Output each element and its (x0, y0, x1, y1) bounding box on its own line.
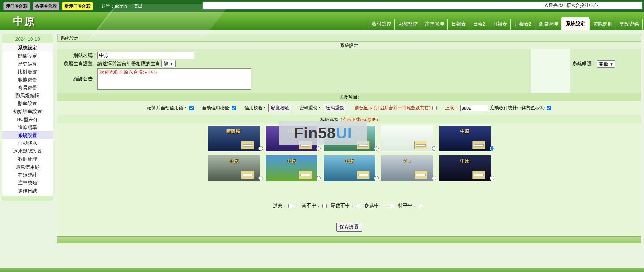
lottery-badge-macau[interactable]: 澳门⑥合彩 (3, 2, 30, 10)
sidebar-date: 2024-10-10 (2, 34, 53, 43)
multi-select-one-checkbox[interactable] (390, 204, 394, 208)
one-zodiac-miss-checkbox[interactable] (322, 204, 327, 208)
template-radio-1[interactable] (258, 146, 263, 151)
credit-check-label: 信用校验： (244, 105, 267, 111)
tab-monthly-report[interactable]: 月報表 (489, 19, 510, 30)
zodiac-select[interactable]: 龍 ▼ (161, 60, 176, 67)
zodiac-label: 農曆生肖設置： (57, 61, 97, 67)
sidebar-footer-band (2, 196, 53, 201)
sidebar-item-history-settlement[interactable]: 歷史結算 (2, 60, 53, 68)
lottery-badge-new-macau[interactable]: 新澳门⑥合彩 (62, 2, 93, 10)
template-thumbnail-4[interactable] (381, 126, 433, 151)
auto-credit-check-checkbox[interactable] (232, 106, 236, 110)
welcome-marquee: 欢迎光临中原六合投注中心 (202, 1, 643, 10)
maintenance-notice-textarea[interactable]: 欢迎光临中原六合投注中心 (97, 68, 251, 90)
yellow-mark-checkbox[interactable] (547, 106, 551, 110)
tab-game-rules[interactable]: 遊戲規則 (589, 19, 616, 30)
sidebar-item-restore-credit[interactable]: 還原信用額 (2, 163, 53, 171)
template-thumbnail-1[interactable]: 新聯勝 (208, 126, 260, 151)
sidebar-item-compare-data[interactable]: 比對數據 (2, 68, 53, 76)
limit-input[interactable] (460, 105, 488, 111)
zodiac-hint: 請選擇與當前年份相應的生肖 (97, 61, 160, 67)
panel-footer-band (57, 236, 641, 243)
sidebar-item-bc-board-diff[interactable]: BC盤差分 (2, 115, 53, 123)
tab-monthly-report-2[interactable]: 月報表2 (510, 19, 535, 30)
tab-daily-report[interactable]: 日報表 (447, 19, 469, 30)
sidebar-item-system-settings[interactable]: 系統設置 (2, 131, 53, 139)
tab-board-monitor[interactable]: 彩盤監控 (394, 19, 421, 30)
template-radio-2[interactable] (316, 146, 321, 151)
template-radio-3[interactable] (374, 146, 379, 151)
sidebar-item-data-backup[interactable]: 數據備份 (2, 76, 53, 84)
page-bottom-strip (0, 268, 644, 272)
template-thumbnail-7[interactable]: 中原 (266, 155, 317, 181)
tab-member-management[interactable]: 會員管理 (535, 19, 561, 30)
close-items-row: 结算后自动信用额： 自动信用校验: 信用校验： 額度校驗 密码重设： 密码重设 … (57, 101, 641, 115)
template-thumbnail-5[interactable]: 中原 (439, 126, 491, 151)
pass-checkbox[interactable] (288, 204, 293, 208)
sidebar-item-initial-odds-settings[interactable]: 初始賠率設置 (2, 108, 53, 115)
tab-bet-management[interactable]: 注單管理 (421, 19, 447, 30)
template-option-9: V 1 (381, 155, 433, 181)
template-thumbnail-6[interactable]: 中原 (208, 155, 260, 181)
lottery-badge-hongkong[interactable]: 香港⑥合彩 (33, 2, 59, 10)
sidebar-item-restore-odds[interactable]: 還原賠率 (2, 123, 53, 131)
password-reset-label: 密码重设： (299, 105, 322, 111)
settings-form-band: 網站名稱： 農曆生肖設置： 請選擇與當前年份相應的生肖 龍 ▼ 維護公告： 欢迎… (57, 49, 641, 93)
template-radio-7[interactable] (316, 176, 321, 180)
tail-number-miss-checkbox[interactable] (356, 204, 360, 208)
template-thumbnail-10[interactable]: 中原 (439, 155, 491, 181)
template-title (381, 126, 433, 128)
special-flat-hit-label: 特平中： (398, 203, 418, 209)
template-title: 中原 (208, 155, 260, 164)
maintenance-select[interactable]: 開啟 ▼ (597, 60, 615, 68)
tab-payment-monitor[interactable]: 收付監控 (368, 19, 394, 30)
tab-daily-report-2[interactable]: 日報2 (469, 19, 489, 30)
limit-label: 上限： (445, 105, 458, 111)
sidebar-section-title: 系統設定 (2, 43, 53, 52)
site-logo: 中原 (13, 14, 36, 29)
sidebar-item-auto-water[interactable]: 自動降水 (2, 139, 53, 147)
template-radio-5[interactable] (490, 146, 494, 151)
page-title: 系統設定 (57, 42, 641, 49)
password-reset-button[interactable]: 密码重设 (324, 104, 346, 112)
template-thumbnail-9[interactable]: V 1 (381, 155, 433, 181)
front-display-checkbox[interactable] (432, 106, 437, 110)
tab-system-settings[interactable]: 系統設定 (561, 17, 589, 30)
sidebar-item-marquee-edit[interactable]: 跑馬燈編輯 (2, 92, 53, 100)
template-title: 中原 (439, 155, 491, 164)
template-option-7: 中原 (266, 155, 317, 181)
template-title: V 1 (381, 155, 433, 163)
pass-label: 过关： (273, 203, 287, 209)
template-title: 中原 (324, 155, 375, 164)
template-option-6: 中原 (208, 155, 260, 181)
template-radio-10[interactable] (490, 176, 494, 180)
template-radio-8[interactable] (374, 176, 379, 180)
maintenance-label: 系統維護： (572, 60, 597, 67)
template-radio-6[interactable] (258, 176, 263, 180)
template-radio-9[interactable] (432, 176, 436, 180)
credit-check-button[interactable]: 額度校驗 (268, 104, 291, 112)
sidebar-item-data-processing[interactable]: 数据处理 (2, 155, 53, 163)
maintenance-select-value: 開啟 (599, 61, 608, 67)
main-nav-tabs: 收付監控 彩盤監控 注單管理 日報表 日報2 月報表 月報表2 會員管理 系統設… (368, 17, 643, 30)
template-thumbnail-8[interactable]: 中原 (324, 155, 375, 181)
settings-form: 網站名稱： 農曆生肖設置： 請選擇與當前年份相應的生肖 龍 ▼ 維護公告： 欢迎… (57, 49, 531, 93)
maintenance-cell: 系統維護： 開啟 ▼ (570, 49, 641, 93)
sidebar-item-operation-log[interactable]: 操作日誌 (2, 187, 53, 195)
sidebar-item-bet-verify[interactable]: 注單校驗 (2, 179, 53, 187)
sidebar-item-open-settings[interactable]: 開盤設定 (2, 52, 53, 60)
tab-change-password[interactable]: 更改密碼 (616, 19, 643, 30)
save-settings-button[interactable]: 保存設置 (336, 223, 362, 232)
template-radio-4[interactable] (432, 146, 436, 151)
site-name-input[interactable] (97, 52, 194, 59)
sidebar-item-online-stats[interactable]: 在線統計 (2, 171, 53, 179)
settle-credit-checkbox[interactable] (189, 106, 194, 110)
special-flat-hit-checkbox[interactable] (419, 204, 423, 208)
lower-area: 过关： 一肖不中： 尾数不中： 多选中一： 特平中： (57, 188, 641, 243)
sidebar-item-odds-settings[interactable]: 賠率設置 (2, 100, 53, 108)
sidebar-item-member-backup[interactable]: 會員備份 (2, 84, 53, 92)
template-title: 新聯勝 (208, 126, 260, 134)
sidebar-item-rebate-default-settings[interactable]: 退水默認設置 (2, 147, 53, 155)
welcome-marquee-text: 欢迎光临中原六合投注中心 (544, 2, 598, 9)
